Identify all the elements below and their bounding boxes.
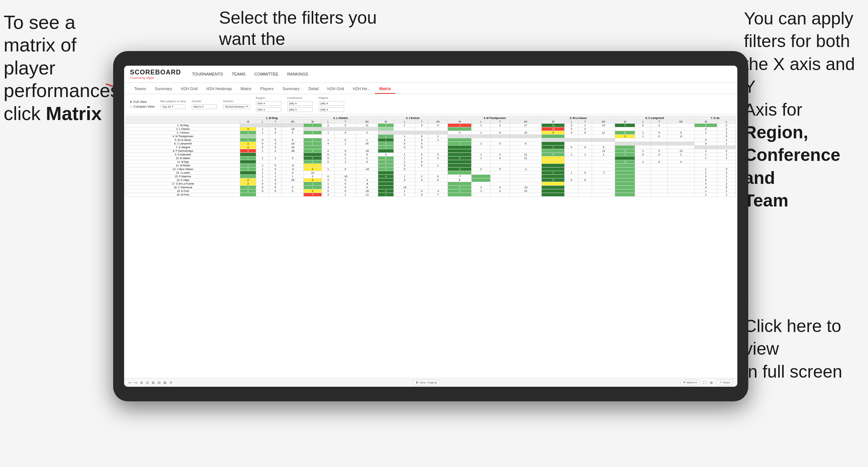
annotation-top-right: You can apply filters for both the X axi… [744,7,861,212]
table-row: 19. D Ford 2000 200-20 210-1 01013 11 [126,189,736,193]
nav-committee[interactable]: COMMITTEE [254,72,279,76]
watch-button[interactable]: 👁 Watch ▾ [680,380,700,385]
table-row: 17. S De La Fuente 200 110-8 02 [126,182,736,186]
jk-l: L [394,120,415,124]
row-label-3: 3. J Koivun [126,131,240,135]
annotation-line2: player performances [4,57,120,101]
app-logo: SCOREBOARD [130,69,181,76]
tab-h2h-heatmap[interactable]: H2H Heatmap [202,84,236,94]
table-row: 10. B Valdes 1110 0011 0110 01011 11 [126,157,736,160]
nav-teams[interactable]: TEAMS [232,72,246,76]
toolbar-icon-1[interactable]: ⊕ [140,381,143,385]
row-label-17: 17. S De La Fuente [126,182,240,186]
annotation-right-line4-bold: Region, [744,123,808,142]
layout-icon[interactable]: ⊞ [710,381,713,385]
conference-select-1[interactable]: (All) ▾ [287,101,313,106]
view-original-button[interactable]: 🖥 View: Original [413,380,439,385]
tab-teams[interactable]: Teams [130,84,150,94]
region-select-2[interactable]: N/A ▾ [256,107,281,112]
row-label-9: 9. N Gabrelcik [126,153,240,157]
region-label: Region [256,96,281,100]
col-header-2: 2. L Clanton [303,116,378,120]
redo-button[interactable]: ↪ [134,381,137,385]
table-row: 1. W Ding 12011 1100 -21217 130113 002 0… [126,124,736,127]
gender-arrow: ▾ [202,105,204,108]
filter-division: Division NCAA Division I ▾ [223,100,250,109]
logo-area: SCOREBOARD Powered by clippd [130,69,181,80]
toolbar-icon-6[interactable]: ↺ [169,381,172,385]
tablet-screen: SCOREBOARD Powered by clippd TOURNAMENTS… [124,66,737,387]
annotation-right-line6: Team [744,191,788,210]
view-radio-full[interactable]: ● Full View [130,100,154,104]
gs-l: L [717,120,736,124]
tab-h2h-he[interactable]: H2H He... [349,84,375,94]
logo-sub-prefix: Powered by [130,76,146,80]
annotation-br-line2: in full screen [744,362,842,381]
region-arrow-2: ▾ [264,108,265,111]
tabs-row: Teams Summary H2H Grid H2H Heatmap Matri… [124,83,737,94]
matrix-table: 1. W Ding 2. L Clanton 3. J Koivun 4. M … [126,116,736,197]
toolbar-left-group: ↩ ↪ ⊕ ⊡ ⊞ ⊟ ⊠ ↺ [128,381,172,385]
row-label-18: 18. C Sherwood [126,186,240,189]
undo-button[interactable]: ↩ [128,381,131,385]
tab-h2h-grid2[interactable]: H2H Grid [323,84,349,94]
cl-w: W [615,120,635,124]
mls-l: L [565,120,578,124]
tab-h2h-grid[interactable]: H2H Grid [176,84,202,94]
region-select-1[interactable]: N/A ▾ [256,101,281,106]
row-label-1: 1. W Ding [126,124,240,127]
lc-w: W [303,120,322,124]
tab-summary[interactable]: Summary [150,84,176,94]
max-players-select[interactable]: Top 25 ▾ [160,104,186,109]
toolbar-icon-5[interactable]: ⊠ [164,381,166,385]
compact-view-label: Compact View [133,105,154,108]
wd-t: T [269,120,282,124]
mls-dif: Dif [592,120,615,124]
fullscreen-icon[interactable]: ⛶ [703,381,706,385]
nav-rankings[interactable]: RANKINGS [287,72,308,76]
nav-tournaments[interactable]: TOURNAMENTS [192,72,223,76]
col-header-5: 5. M La Sasso [542,116,615,120]
table-row: 3. J Koivun 1102 0102 01013 04011 0103 1… [126,131,736,135]
col-header-4: 4. M Thorbjornsen [448,116,542,120]
view-radio-compact[interactable]: ○ Compact View [130,105,154,108]
lc-t: T [335,120,356,124]
row-label-10: 10. B Valdes [126,157,240,160]
table-row: 6. C Lamprecht 100-16 24124 305 1106 01 [126,142,736,146]
toolbar-icon-3[interactable]: ⊞ [152,381,155,385]
lc-dif: Dif [356,120,378,124]
bottom-toolbar: ↩ ↪ ⊕ ⊡ ⊞ ⊟ ⊠ ↺ 🖥 View: Original 👁 Watch… [124,378,737,387]
conference-label: Conference [287,96,313,100]
toolbar-icon-4[interactable]: ⊟ [158,381,161,385]
tab-matrix-active[interactable]: Matrix [375,84,395,94]
filters-row: ● Full View ○ Compact View Max players i… [124,94,737,115]
gender-select[interactable]: Men's ▾ [192,104,217,109]
players-select-1[interactable]: (All) ▾ [319,101,344,106]
col-header-7: 7. G Sa [695,116,736,120]
tab-detail[interactable]: Detail [304,84,323,94]
cl-t: T [651,120,667,124]
tab-matrix-main[interactable]: Matrix [236,84,256,94]
tab-summary2[interactable]: Summary [278,84,304,94]
tab-players[interactable]: Players [256,84,278,94]
toolbar-icon-2[interactable]: ⊡ [146,381,149,385]
table-row: 9. N Gabrelcik 009 0100 1211 0111 1001 1… [126,153,736,157]
gender-label: Gender [192,100,217,103]
table-row: 7. G Sargent 200-16 105 1003 [126,146,736,149]
annotation-right-line5: Conference and [744,145,840,187]
conf-arrow-1: ▾ [295,102,297,105]
view-radio-group: ● Full View ○ Compact View [130,100,154,108]
app-header: SCOREBOARD Powered by clippd TOURNAMENTS… [124,66,737,83]
row-label-14: 14. J Lundin [126,171,240,175]
players-select-2[interactable]: (All) ▾ [319,107,344,112]
full-view-label: Full View [133,100,146,104]
conference-select-2[interactable]: (All) ▾ [287,107,313,112]
col-header-6: 6. C Lamprecht [615,116,695,120]
row-label-2: 2. L Clanton [126,127,240,131]
table-row: 18. C Sherwood 2000 1300 -15 220-10 45 [126,186,736,189]
share-button[interactable]: ↗ Share [717,380,733,385]
logo-sub-brand: clippd [146,76,154,80]
annotation-br-line1: Click here to view [744,316,841,358]
table-row: 12. M Riedel 110-6 1301 [126,164,736,167]
division-select[interactable]: NCAA Division I ▾ [223,104,250,109]
